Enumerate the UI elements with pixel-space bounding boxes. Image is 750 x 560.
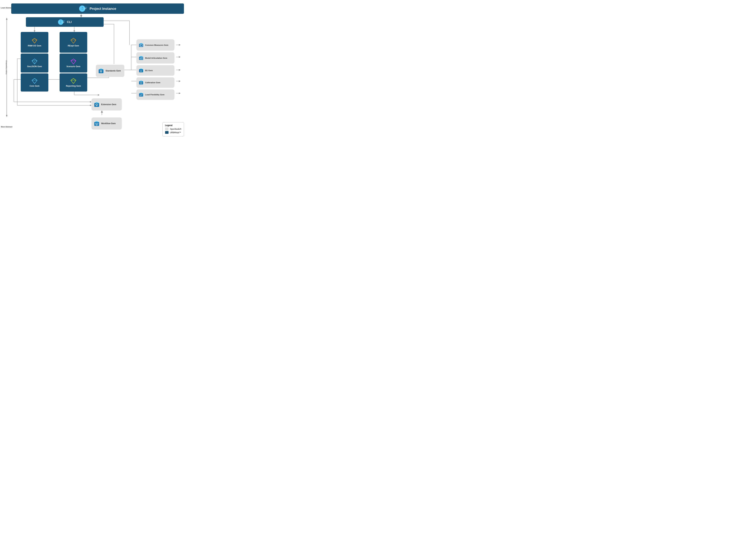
svg-line-76 <box>74 78 76 80</box>
model-articulation-icon <box>139 56 144 61</box>
svg-marker-69 <box>71 59 76 64</box>
legend-item-urbanopt: URBANopt™ <box>165 131 181 134</box>
svg-marker-61 <box>32 78 37 84</box>
svg-line-63 <box>32 78 35 80</box>
svg-text:EE: EE <box>140 70 142 72</box>
scenario-box: Scenario Gem <box>60 54 87 73</box>
svg-marker-102 <box>139 80 143 81</box>
svg-line-75 <box>71 78 74 80</box>
model-articulation-label: Model Articulation Gem <box>145 57 167 59</box>
svg-marker-82 <box>94 102 99 103</box>
legend-item-openstudio: OpenStudio® <box>165 127 181 131</box>
urbanopt-logo-cli: 5 0 URBAN OPT <box>58 19 65 25</box>
legend-swatch-light <box>165 127 168 131</box>
svg-line-64 <box>35 78 37 80</box>
reopt-label: REopt Gem <box>68 44 79 47</box>
legend-label-urbanopt: URBANopt™ <box>170 132 181 134</box>
svg-marker-78 <box>99 68 103 69</box>
extension-label: Extension Gem <box>101 103 116 106</box>
svg-text:URBAN: URBAN <box>84 7 87 8</box>
svg-text:OPT: OPT <box>62 21 65 23</box>
geojson-diamond-icon <box>32 58 38 65</box>
svg-line-71 <box>71 59 74 61</box>
geojson-label: GeoJSON Gem <box>27 65 42 68</box>
common-measures-label: Common Measures Gem <box>145 44 168 46</box>
legend: Legend OpenStudio® URBANopt™ <box>162 122 184 136</box>
ee-box: EE EE Gem <box>137 65 175 76</box>
svg-marker-1 <box>6 18 7 20</box>
svg-marker-91 <box>139 43 143 44</box>
reporting-label: Reporting Gem <box>66 85 81 87</box>
cli-label: CLI <box>67 20 72 24</box>
svg-text:0: 0 <box>82 8 83 10</box>
core-diamond-icon <box>32 78 38 84</box>
workflow-box: Workflow Gem <box>92 117 122 129</box>
urbanopt-logo-project: 5 0 URBAN OPT <box>79 5 87 12</box>
svg-marker-73 <box>71 78 76 84</box>
rnm-us-box: RNM-US Gem <box>21 32 48 53</box>
svg-rect-105 <box>139 94 143 97</box>
load-flexibility-label: Load Flexibility Gem <box>145 94 164 96</box>
svg-rect-90 <box>139 44 143 47</box>
rnm-us-label: RNM-US Gem <box>28 44 41 47</box>
svg-text:OPT: OPT <box>84 8 87 9</box>
calibration-icon <box>139 80 144 85</box>
svg-line-58 <box>32 59 35 61</box>
y-axis: Least Abstract Project Dependen <box>1 7 13 128</box>
svg-text:5: 5 <box>60 20 61 21</box>
scenario-diamond-icon <box>70 58 77 65</box>
extension-icon: Ex <box>94 101 100 107</box>
legend-title: Legend <box>165 124 181 126</box>
svg-line-67 <box>71 38 74 40</box>
svg-marker-106 <box>139 93 143 94</box>
reporting-diamond-icon <box>70 78 77 84</box>
svg-line-55 <box>35 38 37 40</box>
svg-marker-52 <box>32 38 37 43</box>
diagram-container: Least Abstract Project Dependen <box>0 0 187 140</box>
common-measures-icon <box>139 42 144 48</box>
standards-label: Standards Gem <box>105 69 121 72</box>
reporting-box: Reporting Gem <box>60 73 87 92</box>
load-flexibility-box: Load Flexibility Gem <box>137 89 175 100</box>
svg-text:Project Dependency: Project Dependency <box>5 60 7 75</box>
svg-marker-95 <box>139 56 143 57</box>
svg-line-72 <box>74 59 76 61</box>
core-box: Core Gem <box>21 73 48 92</box>
svg-marker-65 <box>71 38 76 43</box>
standards-icon: S <box>98 68 104 74</box>
calibration-box: Calibration Gem <box>137 77 175 88</box>
calibration-label: Calibration Gem <box>145 81 160 84</box>
model-articulation-box: Model Articulation Gem <box>137 52 175 63</box>
svg-text:URBAN: URBAN <box>62 20 65 21</box>
reopt-box: REopt Gem <box>60 32 87 53</box>
standards-box: S Standards Gem <box>96 65 124 77</box>
common-measures-box: Common Measures Gem <box>137 39 175 51</box>
project-instance-label: Project Instance <box>89 7 116 11</box>
svg-text:5: 5 <box>82 6 83 8</box>
legend-label-openstudio: OpenStudio® <box>170 128 181 130</box>
ee-icon: EE <box>139 68 144 73</box>
geojson-box: GeoJSON Gem <box>21 54 48 73</box>
rnm-diamond-icon <box>32 38 38 44</box>
extension-box: Ex Extension Gem <box>92 98 122 111</box>
svg-marker-99 <box>139 68 143 69</box>
axis-label-top: Least Abstract <box>1 7 13 9</box>
svg-text:0: 0 <box>60 22 61 23</box>
svg-line-54 <box>32 38 35 40</box>
svg-text:Ex: Ex <box>96 104 98 106</box>
workflow-icon <box>94 120 100 126</box>
project-instance-box: 5 0 URBAN OPT Project Instance <box>11 3 184 14</box>
core-label: Core Gem <box>29 85 39 87</box>
scenario-label: Scenario Gem <box>66 65 80 68</box>
svg-line-59 <box>35 59 37 61</box>
svg-marker-86 <box>94 121 99 122</box>
cli-box: 5 0 URBAN OPT CLI <box>26 17 104 27</box>
svg-line-68 <box>74 38 76 40</box>
axis-label-bottom: Most Abstract <box>1 126 12 128</box>
svg-text:S: S <box>101 71 102 72</box>
legend-swatch-dark <box>165 131 168 134</box>
workflow-label: Workflow Gem <box>101 122 116 125</box>
load-flexibility-icon <box>139 92 144 97</box>
ee-label: EE Gem <box>145 69 153 72</box>
svg-marker-2 <box>6 115 7 117</box>
